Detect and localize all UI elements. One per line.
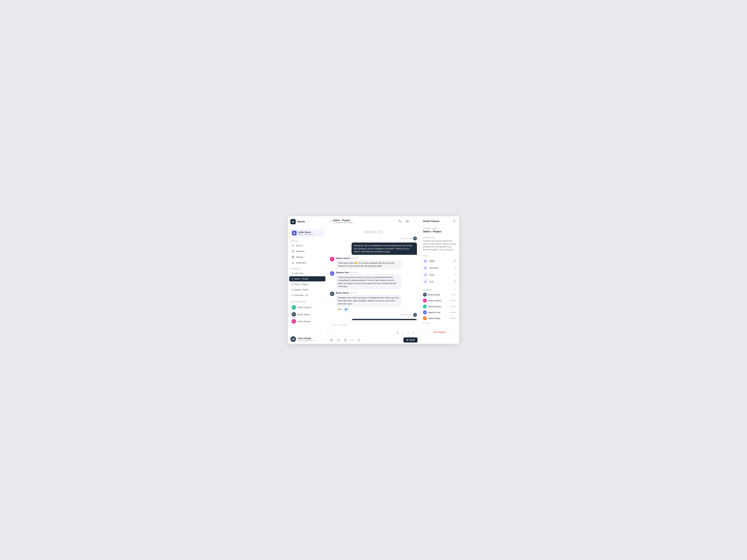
member-item-raymon-cole[interactable]: RC Raymon Cole Member [423,310,456,315]
workspace-sub: Team - 40 Members [298,233,313,235]
chat-channel-name: Sekiro - Project [333,219,353,221]
italic-button[interactable]: I [401,331,405,335]
message-time: 08:18 AM [351,257,358,259]
svg-point-14 [358,339,360,341]
sidebar-item-notification[interactable]: Notification [289,260,326,266]
reaction-emoji: 👍 [337,308,340,310]
image-attach-button[interactable] [329,338,334,342]
chat-area: # Sekiro - Project 12 Members 4 Online [327,216,420,344]
sidebar-item-members[interactable]: Members [289,248,326,254]
emoji-icon [358,339,360,342]
member-item-bucky-james[interactable]: BJ Bucky James Admin [423,292,456,298]
audio-file-icon [423,272,428,277]
message-bubble: That sounds great! Could you share our p… [336,274,401,290]
search-label: Search [296,244,303,247]
svg-marker-4 [408,220,409,222]
out-channel-button[interactable]: Out Channel [423,329,456,335]
message-sender: Reyna Lawson [336,257,350,259]
image-icon [330,339,333,342]
file-count: 8 [455,274,456,276]
document-icon [423,266,428,270]
call-button[interactable] [397,219,403,224]
hash-icon: # [292,272,293,275]
sidebar-item-settings[interactable]: Settings [289,254,326,260]
reaction-emoji: 👥 [345,308,347,310]
channel-item-internship-1[interactable]: # Internship - 1.0 [289,293,326,298]
svg-line-1 [293,246,294,246]
add-dm-button[interactable]: + [321,300,324,303]
file-item-document[interactable]: Document 12 [423,264,456,271]
avatar: SR [423,316,427,320]
channel-item-apathy-studio[interactable]: # Apathy - Studio [289,287,326,292]
avatar: AM [413,237,417,240]
underline-button[interactable]: U [406,331,410,335]
chat-messages: September 27, 2024 08:16 AM You AM Hello… [327,226,420,320]
message-input[interactable] [332,324,415,329]
message-time: 08:24 AM [350,271,357,273]
channel-item-sekiro-project[interactable]: # Sekiro - Project [289,276,326,282]
list-button[interactable]: ≡ [411,331,415,335]
svg-point-7 [414,221,415,221]
add-member-button[interactable]: + [454,289,456,292]
channel-item-roam-project[interactable]: # Roam - Project [289,282,326,287]
members-count: 12 Members [333,221,343,224]
code-button[interactable] [350,338,355,342]
user-avatar: AM [290,336,296,342]
app-container: Aeron Lethal Studio Team - 40 Members ⌃ … [288,216,459,344]
dm-item-selina-rekyle[interactable]: SR Selina Rekyle [289,318,326,325]
svg-point-22 [425,261,425,261]
ellipsis-icon [413,220,416,222]
add-channel-button[interactable]: + [321,267,324,270]
file-item-audio[interactable]: Audio 8 [423,271,456,278]
chat-input-box: B I U ≡ [329,322,417,336]
workspace-card[interactable]: Lethal Studio Team - 40 Members ⌃ [290,229,325,237]
avatar: SR [292,319,296,324]
link-icon [337,339,340,342]
settings-label: Settings [296,256,304,258]
member-role: Member [450,317,456,319]
channel-name-label: CHANNEL NAME [423,228,456,229]
members-section: MEMBERS + BJ Bucky James Admin RL Reyna … [420,287,459,327]
file-label: Document [429,267,438,269]
files-section: FILES Media 64 [420,253,459,287]
message-bubble: I agree. In the meantime, if anyone face… [352,319,417,320]
link-button[interactable] [336,338,341,342]
sidebar-item-search[interactable]: Search [289,243,326,248]
channel-label: Chill Chat [294,272,303,274]
send-button[interactable]: Send [403,338,417,343]
dm-item-alfred-grayson[interactable]: AG Alfred Grayson [289,304,326,311]
more-options-button[interactable] [412,219,417,224]
chat-members-info: 12 Members 4 Online [333,221,353,224]
dm-item-bucky-james[interactable]: BJ Bucky James [289,311,326,318]
workspace-name: Lethal Studio [298,231,313,233]
file-item-media[interactable]: Media 64 [423,258,456,264]
emoji-button[interactable] [357,338,361,342]
member-name: Selina Rekyle [428,317,441,320]
member-item-reyna-lawson[interactable]: RL Reyna Lawson Member [423,298,456,303]
bold-button[interactable]: B [395,331,399,335]
description-section: DESCRIPTION All project discussions happ… [420,235,459,253]
reaction-people[interactable]: 👥 2 [343,308,350,311]
channels-label: CHANNELS [290,268,300,270]
message-time: 08:26 AM [350,292,357,294]
member-item-selina-rekyle[interactable]: SR Selina Rekyle Member [423,315,456,321]
channel-label: Apathy - Studio [294,289,308,291]
audio-button[interactable] [343,338,348,342]
close-detail-button[interactable] [452,219,456,223]
hash-icon: # [292,288,293,291]
detail-channel-name: Sekiro - Project [423,230,456,233]
reaction-thumbsup[interactable]: 👍 6 [336,308,342,311]
members-icon [292,250,294,252]
sidebar-user[interactable]: AM Arthur Morgan arthurmorg@gmail.com ⋯ [288,334,327,344]
channel-item-chill-chat[interactable]: # Chill Chat [289,271,326,276]
video-button[interactable] [405,219,410,224]
channel-label: Roam - Project [294,283,308,286]
message-reactions: 👍 6 👥 2 [336,308,417,311]
member-role: Member [450,305,456,308]
user-more-button[interactable]: ⋯ [321,338,324,341]
workspace-icon [292,231,297,235]
member-item-alfred-grayson[interactable]: AG Alfred Grayson Member [423,303,456,310]
app-logo [290,219,296,224]
avatar: RC [423,311,427,314]
file-item-links[interactable]: Links 20 [423,278,456,285]
